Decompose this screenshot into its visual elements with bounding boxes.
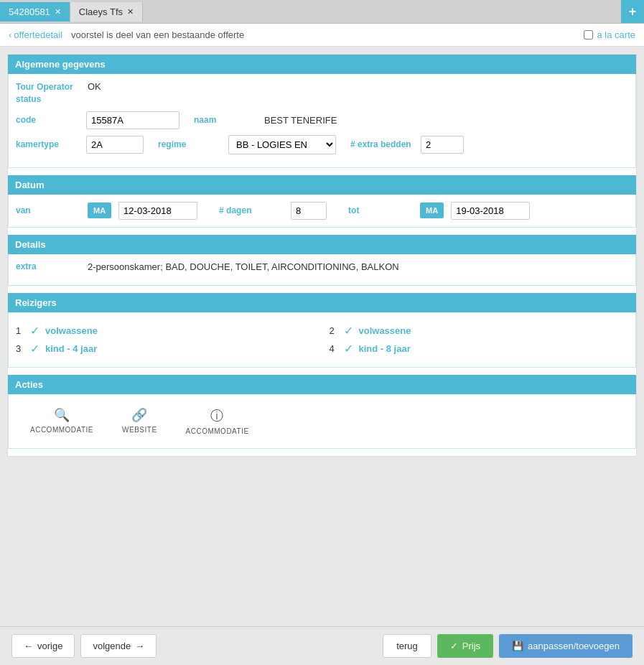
check-icon-4: ✓ [344, 342, 353, 355]
main-card: Algemene gegevens Tour Operator status O… [7, 54, 637, 457]
datum-row: van MA # dagen tot MA [16, 202, 628, 220]
kamertype-group: kamertype [16, 136, 144, 154]
naam-group: naam BEST TENERIFE [194, 115, 337, 126]
tour-operator-row: Tour Operator status OK [16, 81, 628, 106]
reizigers-header: Reizigers [8, 293, 636, 312]
reiziger-grid: 1 ✓ volwassene 2 ✓ volwassene 3 ✓ kind -… [16, 320, 628, 360]
tot-ma-button[interactable]: MA [420, 203, 444, 218]
reiziger-num-1: 1 [16, 325, 24, 336]
datum-body: van MA # dagen tot MA [8, 195, 636, 228]
breadcrumb-current: voorstel is deel van een bestaande offer… [71, 29, 244, 40]
top-bar: ‹ offertedetail voorstel is deel van een… [0, 24, 644, 47]
tab-label: 54280581 [9, 6, 50, 17]
ala-carte-checkbox[interactable] [584, 30, 593, 39]
tab-close-icon[interactable]: ✕ [127, 7, 134, 17]
tot-label: tot [348, 205, 413, 215]
check-icon-1: ✓ [30, 324, 39, 338]
accommodatie-info-button[interactable]: ⓘ ACCOMMODATIE [172, 401, 263, 441]
tab-bar: 54280581 ✕ Claeys Tfs ✕ + [0, 0, 644, 24]
add-tab-button[interactable]: + [621, 0, 644, 23]
acties-icons: 🔍 ACCOMMODATIE 🔗 WEBSITE ⓘ ACCOMMODATIE [16, 401, 628, 441]
algemene-gegevens-body: Tour Operator status OK code naam BEST T… [8, 74, 636, 168]
breadcrumb: ‹ offertedetail voorstel is deel van een… [9, 29, 244, 40]
van-label: van [16, 205, 80, 215]
dagen-label: # dagen [219, 205, 284, 215]
reiziger-item-1: 1 ✓ volwassene [16, 324, 315, 338]
reiziger-item-4: 4 ✓ kind - 8 jaar [330, 342, 629, 355]
extra-row: extra 2-persoonskamer; BAD, DOUCHE, TOIL… [16, 261, 628, 272]
acties-label-2: WEBSITE [122, 426, 157, 434]
code-label: code [16, 115, 80, 125]
search-icon: 🔍 [54, 407, 70, 423]
reiziger-label-2: volwassene [359, 325, 411, 336]
algemene-gegevens-header: Algemene gegevens [8, 55, 636, 74]
datum-header: Datum [8, 175, 636, 195]
tab-claeys-tfs[interactable]: Claeys Tfs ✕ [70, 2, 143, 22]
reiziger-label-1: volwassene [45, 325, 98, 336]
naam-label: naam [194, 115, 258, 125]
status-value: OK [88, 81, 101, 92]
details-body: extra 2-persoonskamer; BAD, DOUCHE, TOIL… [8, 254, 636, 286]
code-group: code [16, 111, 179, 129]
kamertype-label: kamertype [16, 139, 80, 149]
reizigers-body: 1 ✓ volwassene 2 ✓ volwassene 3 ✓ kind -… [8, 312, 636, 368]
extra-bedden-group: # extra bedden [350, 136, 464, 154]
back-link[interactable]: ‹ offertedetail [9, 29, 62, 40]
dagen-input[interactable] [291, 202, 327, 220]
reiziger-item-3: 3 ✓ kind - 4 jaar [16, 342, 315, 355]
accommodatie-search-button[interactable]: 🔍 ACCOMMODATIE [16, 401, 108, 441]
tab-close-icon[interactable]: ✕ [55, 7, 61, 17]
info-icon: ⓘ [210, 407, 224, 424]
extra-bedden-label: # extra bedden [350, 139, 415, 149]
acties-label-1: ACCOMMODATIE [30, 426, 93, 434]
acties-body: 🔍 ACCOMMODATIE 🔗 WEBSITE ⓘ ACCOMMODATIE [8, 394, 636, 449]
tab-label: Claeys Tfs [79, 6, 123, 17]
ala-carte-label: a la carte [597, 29, 635, 40]
extra-value: 2-persoonskamer; BAD, DOUCHE, TOILET, AI… [88, 261, 399, 272]
reiziger-num-3: 3 [16, 343, 24, 354]
details-header: Details [8, 235, 636, 254]
reiziger-item-2: 2 ✓ volwassene [330, 324, 629, 338]
regime-label: regime [158, 139, 223, 149]
kamer-row: kamertype regime BB - LOGIES EN # extra … [16, 135, 628, 154]
website-button[interactable]: 🔗 WEBSITE [108, 401, 172, 441]
link-icon: 🔗 [131, 407, 148, 423]
van-date-input[interactable] [118, 202, 197, 220]
code-input[interactable] [86, 111, 179, 129]
regime-select[interactable]: BB - LOGIES EN [228, 135, 336, 154]
check-icon-2: ✓ [344, 324, 353, 338]
acties-label-3: ACCOMMODATIE [186, 427, 249, 435]
reiziger-label-3: kind - 4 jaar [45, 343, 97, 354]
code-naam-row: code naam BEST TENERIFE [16, 111, 628, 129]
acties-header: Acties [8, 375, 636, 394]
kamertype-input[interactable] [86, 136, 144, 154]
reiziger-num-4: 4 [330, 343, 338, 354]
tot-date-input[interactable] [451, 202, 530, 220]
tab-54280581[interactable]: 54280581 ✕ [0, 2, 70, 22]
regime-group: regime BB - LOGIES EN [158, 135, 336, 154]
ala-carte-section: a la carte [584, 29, 635, 40]
naam-value: BEST TENERIFE [264, 115, 337, 126]
check-icon-3: ✓ [30, 342, 39, 355]
extra-label: extra [16, 261, 80, 271]
tour-operator-label: Tour Operator status [16, 81, 80, 106]
extra-bedden-input[interactable] [421, 136, 464, 154]
van-ma-button[interactable]: MA [88, 203, 111, 218]
reiziger-num-2: 2 [330, 325, 338, 336]
reiziger-label-4: kind - 8 jaar [359, 343, 411, 354]
